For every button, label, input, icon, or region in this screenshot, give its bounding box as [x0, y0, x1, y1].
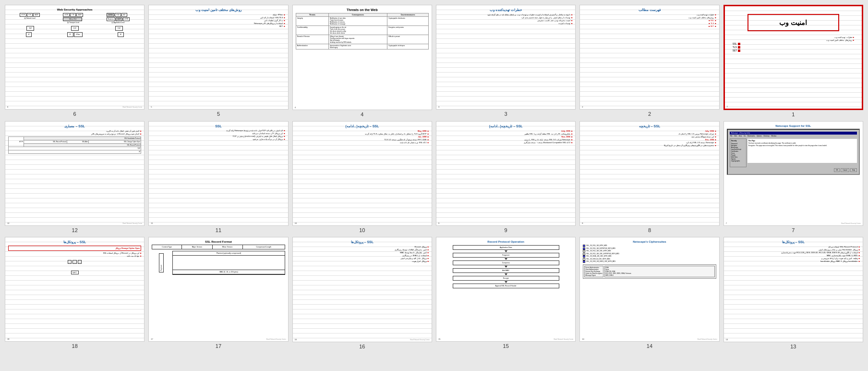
slide12-footer: Sharif Network Security Center	[122, 223, 142, 224]
slide-num-17: 17	[216, 343, 221, 349]
slide14-num: 14	[582, 338, 584, 340]
slide10-num: 10	[295, 222, 297, 224]
slide7-title: Netscape Support for SSL	[727, 124, 860, 127]
slide16-num: 16	[295, 338, 297, 341]
slide16-footer: Sharif Network Security Center	[410, 339, 430, 341]
slide4-table: Threats Consequences Countermeasures Int…	[296, 13, 429, 49]
slide-wrapper-17: SSL Record Format Content Type Major Ver…	[148, 237, 288, 349]
slide-wrapper-12: SSL – معماری لایه‌ی پایین آن نقش انتقال …	[5, 121, 145, 234]
slide6-content: HTTPFTPSMTP (a) Network Level HTTPFTPSMT…	[8, 13, 141, 37]
slide18-list: این پروتکل در Record آن پروتکل استفاده S…	[8, 252, 141, 257]
slide14-ciphers: SSL_CK_RC4_128_WITH_MD5 SSL_CK_RC4_128_E…	[583, 245, 716, 263]
slide-wrapper-10: SSL – تاریخچه(...ادامه) May, 1996 IETF گ…	[292, 121, 432, 234]
slide5-list: IPSec :شبکه SSL/TLS :استفاده از لایه امن…	[152, 13, 285, 27]
slide11-title: SSL	[152, 124, 285, 128]
slide-15[interactable]: Record Protocol Operation Application Da…	[436, 237, 576, 342]
slide3-title: خطرات تهدیدکننده وب	[439, 8, 572, 12]
slide-wrapper-16: SSL – پروتکل‌ها پروتکل Record تامین محرم…	[292, 237, 432, 349]
slide-num-15: 15	[503, 343, 509, 349]
slide-6[interactable]: Web Security Approaches HTTPFTPSMTP (a) …	[5, 5, 145, 110]
slide-wrapper-4: Threats on the Web Threats Consequences …	[292, 5, 432, 117]
slide-4[interactable]: Threats on the Web Threats Consequences …	[292, 5, 432, 110]
slide-14[interactable]: Netscape's Ciphersuites SSL_CK_RC4_128_W…	[579, 237, 719, 342]
slide11-num: 11	[151, 222, 153, 224]
slide8-num: 8	[582, 222, 583, 224]
slide-18[interactable]: SSL – پروتکل‌ها Change Cipher Spec پروتک…	[5, 237, 145, 342]
slide-wrapper-14: Netscape's Ciphersuites SSL_CK_RC4_128_W…	[579, 237, 719, 349]
slide2-list: خطرات تهدیدکننده وب روش‌های مختلف تامین …	[583, 13, 716, 27]
slide-wrapper-18: SSL – پروتکل‌ها Change Cipher Spec پروتک…	[5, 237, 145, 349]
slide-num-7: 7	[792, 227, 795, 233]
slide6-num: 6	[7, 106, 8, 108]
slide-num-6: 6	[73, 111, 76, 117]
slide-wrapper-1: امنیت وب خطرات تهدیدکننده وب روش‌های مخت…	[723, 5, 863, 117]
slide18-title: SSL – پروتکل‌ها	[8, 240, 141, 244]
slide7-num: 7	[726, 222, 727, 224]
slide-5[interactable]: روش‌های مختلف تامین امنیت وب IPSec :شبکه…	[148, 5, 288, 110]
slide10-list: May, 1996 IETF گروه TLS را تشکیل داد و ا…	[296, 130, 429, 144]
slide5-num: 5	[151, 106, 152, 108]
slide5-title: روش‌های مختلف تامین امنیت وب	[152, 8, 285, 12]
slide-17[interactable]: SSL Record Format Content Type Major Ver…	[148, 237, 288, 342]
slide-8[interactable]: SSL – تاریخچه July, 1994 شرکت Netscape م…	[579, 121, 719, 226]
slide-wrapper-7: Netscape Support for SSL Netscape - [Sec…	[723, 121, 863, 234]
slide2-title: فهرست مطالب	[583, 8, 716, 12]
slide-16[interactable]: SSL – پروتکل‌ها پروتکل Record تامین محرم…	[292, 237, 432, 342]
slide1-main-title: امنیت وب	[752, 19, 834, 26]
slide-wrapper-15: Record Protocol Operation Application Da…	[436, 237, 576, 349]
slide3-list: با توجه به ساختار و گسترش استفاده از این…	[439, 13, 572, 25]
slide-9[interactable]: SSL – تاریخچه(...ادامه) July, 1995 مایکر…	[436, 121, 576, 226]
slide-num-9: 9	[505, 227, 507, 233]
slide12-title: SSL – معماری	[8, 124, 141, 128]
slide15-num: 15	[438, 338, 440, 340]
slide2-num: 2	[582, 106, 583, 108]
slide-num-4: 4	[361, 111, 363, 117]
slide9-title: SSL – تاریخچه(...ادامه)	[439, 124, 572, 128]
slide-12[interactable]: SSL – معماری لایه‌ی پایین آن نقش انتقال …	[5, 121, 145, 226]
slide-wrapper-6: Web Security Approaches HTTPFTPSMTP (a) …	[5, 5, 145, 117]
slide-wrapper-2: فهرست مطالب خطرات تهدیدکننده وب روش‌های …	[579, 5, 719, 117]
slide-wrapper-8: SSL – تاریخچه July, 1994 شرکت Netscape م…	[579, 121, 719, 234]
slide4-title: Threats on the Web	[296, 8, 429, 12]
slide4-num: 4	[295, 106, 296, 109]
slide9-list: July, 1995 مایکروسافت IE را بار دید SSL …	[439, 130, 572, 144]
slide10-title: SSL – تاریخچه(...ادامه)	[296, 124, 429, 128]
slide-num-11: 11	[216, 227, 221, 233]
slide7-screenshot: Netscape - [Security Info] FileEditViewG…	[727, 129, 860, 175]
slide1-num: 1	[727, 105, 728, 108]
slide-13[interactable]: SSL – پروتکل‌ها SSL Record Protocol استف…	[723, 237, 863, 342]
slide6-footer: Sharif Network Security Center	[122, 106, 142, 108]
slide14-title: Netscape's Ciphersuites	[583, 240, 716, 243]
slide-num-16: 16	[359, 344, 365, 349]
slide-7[interactable]: Netscape Support for SSL Netscape - [Sec…	[723, 121, 863, 226]
slide18-num: 18	[7, 338, 9, 340]
slide-10[interactable]: SSL – تاریخچه(...ادامه) May, 1996 IETF گ…	[292, 121, 432, 226]
slide-num-2: 2	[648, 111, 651, 117]
slide-11[interactable]: SSL لایه امنیتی در بالای لایه TCP قرار د…	[148, 121, 288, 226]
slide13-list: SSL Record Protocol استفاده می‌کند پروتک…	[727, 246, 860, 262]
slide8-list: July, 1994 شرکت Netscape مرسی SSL 1.0 را…	[583, 130, 716, 147]
slide17-content: Content Type Major Version Minor Version…	[152, 245, 285, 275]
slide-num-18: 18	[72, 343, 78, 349]
slide1-box: امنیت وب	[747, 14, 839, 31]
slide12-list: لایه‌ی پایین آن نقش انتقال داده آن به کا…	[8, 130, 141, 135]
slide-wrapper-5: روش‌های مختلف تامین امنیت وب IPSec :شبکه…	[148, 5, 288, 117]
slide-num-10: 10	[359, 227, 365, 233]
slide-1[interactable]: امنیت وب خطرات تهدیدکننده وب روش‌های مخت…	[723, 5, 863, 110]
slide9-num: 9	[438, 222, 439, 224]
slide18-diagram: ... ... ... 1 byte	[8, 259, 141, 275]
slide17-footer: Sharif Network Security Center	[266, 338, 286, 340]
slide-2[interactable]: فهرست مطالب خطرات تهدیدکننده وب روش‌های …	[579, 5, 719, 110]
slide1-items: خطرات تهدیدکننده وب روش‌های مختلف تامین …	[728, 36, 859, 52]
slide-wrapper-3: خطرات تهدیدکننده وب با توجه به ساختار و …	[436, 5, 576, 117]
slide-grid: Web Security Approaches HTTPFTPSMTP (a) …	[5, 5, 863, 349]
slide12-table: SSL Handshake Protocol HTTP SSL Change C…	[8, 136, 141, 154]
slide-3[interactable]: خطرات تهدیدکننده وب با توجه به ساختار و …	[436, 5, 576, 110]
slide16-list: پروتکل Record تامین محرمانگی اطلاعات توس…	[296, 246, 429, 262]
slide13-title: SSL – پروتکل‌ها	[727, 240, 860, 244]
slide-num-3: 3	[505, 111, 507, 117]
slide14-security: Server Authentication Client Authenticat…	[583, 264, 716, 279]
slide3-num: 3	[438, 106, 439, 108]
slide-wrapper-9: SSL – تاریخچه(...ادامه) July, 1995 مایکر…	[436, 121, 576, 234]
slide18-cipher-box: Change Cipher Spec پروتکل	[8, 246, 141, 251]
